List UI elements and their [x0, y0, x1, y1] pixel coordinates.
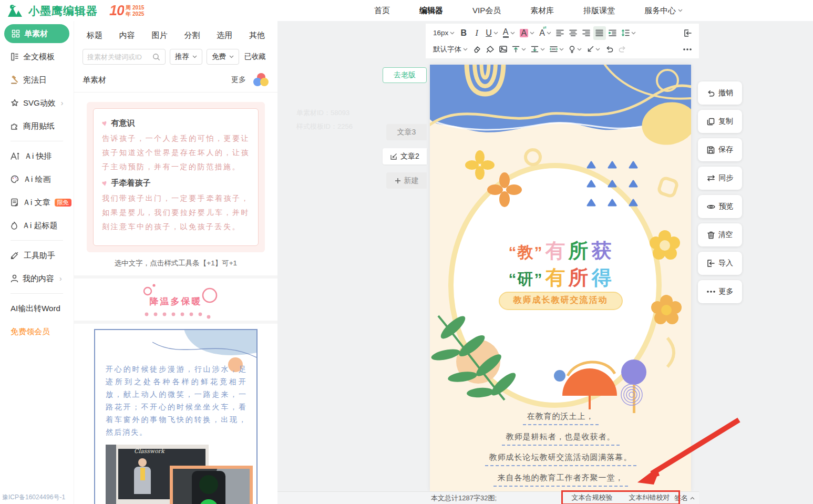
scale-button[interactable]: [584, 43, 602, 56]
free-filter-dropdown[interactable]: 免费: [207, 49, 239, 65]
lamp-button[interactable]: [567, 43, 584, 56]
poster-title-char: 所: [569, 240, 590, 262]
save-action-button[interactable]: 保存: [698, 138, 742, 161]
sidebar-item-4[interactable]: 商用贴纸: [0, 115, 74, 138]
poster-title-char: “教”: [509, 243, 543, 261]
clear-format-button[interactable]: [470, 43, 483, 56]
word-count-summary: 本文总计1287字32图;: [431, 493, 497, 503]
align-left-button[interactable]: [554, 26, 567, 40]
nav-item-0[interactable]: 首页: [374, 6, 390, 16]
nav-item-5[interactable]: 服务中心: [644, 6, 683, 16]
divider: [11, 141, 63, 141]
material-tab-5[interactable]: 其他: [249, 30, 265, 40]
highlight-color-button[interactable]: A: [518, 26, 537, 40]
chevron-right-icon: ›: [61, 99, 64, 107]
sidebar-item-11[interactable]: AI输出转Word: [0, 297, 74, 320]
font-size-select[interactable]: 16px: [431, 26, 457, 40]
sidebar-item-3[interactable]: sSVG动效›: [0, 91, 74, 115]
material-tab-3[interactable]: 分割: [184, 30, 200, 40]
material-item-title-card[interactable]: 降温多保暖: [74, 275, 277, 324]
sidebar-item-2[interactable]: 宪法日: [0, 68, 74, 91]
nav-item-4[interactable]: 排版课堂: [583, 6, 615, 16]
align-right-button[interactable]: [580, 26, 593, 40]
copy-action-button[interactable]: 复制: [698, 110, 742, 133]
sidebar-item-0[interactable]: 单素材: [4, 24, 69, 43]
action-button-column: 撤销复制保存同步预览清空导入更多: [698, 81, 742, 308]
clear-action-button[interactable]: 清空: [698, 223, 742, 246]
vertical-align-button[interactable]: [510, 43, 528, 56]
more-action-button[interactable]: 更多: [698, 280, 742, 303]
go-old-version-button[interactable]: 去老版: [383, 67, 427, 83]
nav-item-3[interactable]: 素材库: [530, 6, 554, 16]
poster-text-line-1[interactable]: 教师是耕耘者，也是收获者。: [430, 432, 691, 446]
indent-margin-button[interactable]: [548, 43, 566, 56]
sidebar-item-8[interactable]: Ａi 起标题: [0, 214, 74, 237]
insert-image-button[interactable]: [497, 43, 509, 56]
material-tab-1[interactable]: 内容: [119, 30, 135, 40]
new-article-tab[interactable]: 新建: [386, 172, 427, 189]
import-action-button[interactable]: 导入: [698, 252, 742, 275]
poster-body-text[interactable]: 在教育的沃土上，教师是耕耘者，也是收获者。教师成长论坛教研交流活动圆满落幕。来自…: [430, 412, 691, 491]
poster-title[interactable]: “教”有所获 “研”有所得: [430, 238, 691, 292]
redo-button: [616, 43, 629, 56]
material-tab-2[interactable]: 图片: [152, 30, 168, 40]
gavel-icon: [11, 76, 19, 84]
format-painter-button[interactable]: [483, 43, 496, 56]
more-tools-button[interactable]: [681, 43, 694, 56]
brand-name: 小墨鹰编辑器: [28, 4, 98, 18]
poster-title-char: 有: [546, 266, 567, 289]
brand-logo[interactable]: 小墨鹰编辑器 10 周2015 年2025: [6, 3, 144, 19]
sidebar-item-10[interactable]: 我的内容›: [0, 267, 74, 290]
color-palette-icon[interactable]: [253, 73, 269, 87]
paragraph-spacing-button[interactable]: [529, 43, 547, 56]
nav-item-2[interactable]: VIP会员: [472, 6, 501, 16]
search-box[interactable]: [83, 49, 166, 65]
sidebar-item-7[interactable]: Ａi 文章限免: [0, 191, 74, 214]
underline-button[interactable]: U: [483, 26, 500, 40]
undo-button[interactable]: [603, 43, 615, 56]
recommend-filter-dropdown[interactable]: 推荐: [170, 49, 202, 65]
text-compliance-check-button[interactable]: 文本合规校验: [572, 493, 613, 502]
sidebar-item-12[interactable]: 免费领会员: [0, 320, 74, 343]
more-link[interactable]: 更多: [231, 75, 246, 85]
article-tab-2-active[interactable]: 文章2: [383, 148, 427, 164]
search-icon[interactable]: [152, 53, 160, 61]
material-tab-4[interactable]: 选用: [217, 30, 232, 40]
sync-action-button[interactable]: 同步: [698, 167, 742, 190]
material-item-paragraph-card[interactable]: 开心的时候徒步漫游，行山涉水，足迹所到之处各种各样的鲜花竟相开放，献上动人的微笑…: [94, 329, 258, 504]
favorites-link[interactable]: 已收藏: [244, 52, 266, 61]
sidebar-item-5[interactable]: Ａi 快排: [0, 145, 74, 168]
line-height-button[interactable]: [620, 26, 638, 40]
nav-item-1[interactable]: 编辑器: [419, 6, 443, 16]
chevron-up-icon: [690, 497, 695, 500]
insert-collapse-button[interactable]: [681, 26, 694, 40]
sidebar-item-1[interactable]: 全文模板: [0, 45, 74, 68]
font-family-select[interactable]: 默认字体: [431, 43, 470, 56]
material-tab-0[interactable]: 标题: [87, 30, 102, 40]
justify-button[interactable]: [593, 26, 606, 40]
letter-spacing-button[interactable]: A⇄: [537, 26, 553, 40]
material-item-text-card[interactable]: ♥有意识 告诉孩子，一个人走丢的可怕，更要让孩子知道这个世界是存在坏人的，让孩子…: [87, 102, 265, 252]
sidebar-item-6[interactable]: Ａi 绘画: [0, 168, 74, 191]
poster-text-line-0[interactable]: 在教育的沃土上，: [430, 412, 691, 425]
formatting-toolbar: 16pxBIUAAA⇄ 默认字体: [426, 24, 699, 58]
poster-subtitle-badge[interactable]: 教师成长教研交流活动: [499, 292, 623, 310]
undo-action-button[interactable]: 撤销: [698, 81, 742, 105]
font-color-button[interactable]: A: [501, 26, 517, 40]
signature-toggle[interactable]: 签名: [674, 493, 695, 503]
preview-action-button[interactable]: 预览: [698, 195, 742, 218]
bold-button[interactable]: B: [457, 26, 470, 40]
align-center-button[interactable]: [567, 26, 580, 40]
indent-button[interactable]: [606, 26, 619, 40]
section-title: 单素材: [83, 75, 106, 85]
trash-icon: [707, 231, 715, 239]
text-proofread-button[interactable]: 文本纠错校对: [629, 493, 670, 502]
search-input[interactable]: [87, 53, 150, 61]
italic-button[interactable]: I: [470, 26, 483, 40]
plus-icon: [395, 178, 401, 184]
poster-document[interactable]: “教”有所获 “研”有所得 教师成长教研交流活动 在教育的沃土上，教师是耕耘者，…: [430, 65, 691, 491]
poster-text-line-2[interactable]: 教师成长论坛教研交流活动圆满落幕。: [430, 452, 691, 466]
article-tab-3[interactable]: 文章3: [386, 124, 427, 140]
poster-text-line-3[interactable]: 来自各地的教育工作者齐聚一堂，: [430, 473, 691, 487]
sidebar-item-9[interactable]: 工具助手: [0, 244, 74, 267]
